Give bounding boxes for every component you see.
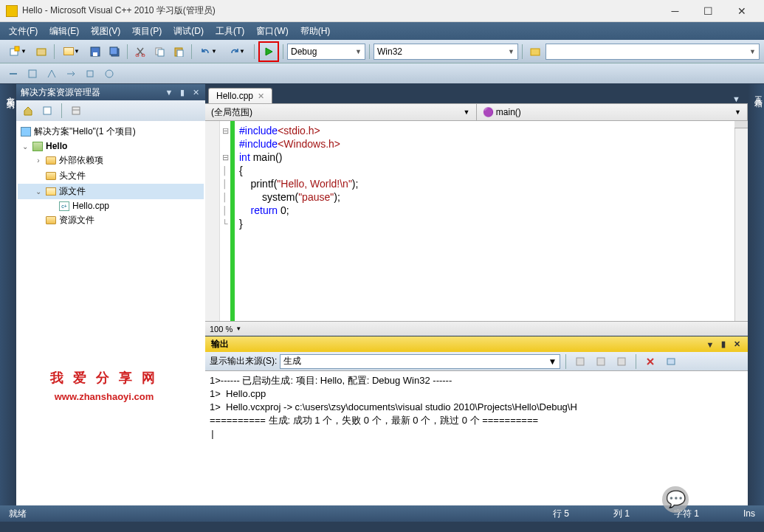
svg-rect-2: [37, 49, 46, 55]
home-icon[interactable]: [21, 103, 35, 118]
output-clear-button[interactable]: [641, 353, 659, 370]
output-dropdown-icon[interactable]: ▼: [705, 339, 715, 350]
svg-rect-12: [177, 50, 183, 57]
tab-close-icon[interactable]: ✕: [258, 91, 264, 101]
code-editor[interactable]: ⊟ ⊟││││└ #include<stdio.h> #include<Wind…: [205, 121, 748, 321]
watermark-left: 我 爱 分 享 网 www.zhanshaoyi.com: [50, 369, 158, 402]
solution-toolbar: [16, 100, 205, 121]
tb2-btn-2[interactable]: [24, 65, 41, 83]
vertical-scrollbar[interactable]: [734, 121, 748, 321]
secondary-toolbar: [0, 63, 764, 84]
wechat-icon: 💬: [662, 486, 689, 513]
minimize-button[interactable]: ─: [658, 1, 692, 21]
tree-project[interactable]: ⌄Hello: [18, 139, 204, 153]
svg-rect-16: [87, 71, 93, 77]
undo-button[interactable]: ▼: [196, 43, 222, 61]
add-item-button[interactable]: [32, 43, 50, 61]
save-button[interactable]: [86, 43, 104, 61]
svg-rect-24: [667, 359, 675, 365]
panel-close-icon[interactable]: ✕: [190, 87, 201, 97]
svg-rect-1: [15, 46, 19, 51]
copy-button[interactable]: [151, 43, 168, 61]
app-icon: [6, 5, 18, 17]
menu-project[interactable]: 项目(P): [126, 24, 168, 39]
svg-rect-21: [577, 358, 584, 365]
output-wrap-button[interactable]: [662, 353, 680, 370]
tb2-btn-6[interactable]: [100, 65, 118, 83]
config-combo[interactable]: Debug▼: [287, 44, 365, 60]
menu-help[interactable]: 帮助(H): [295, 24, 337, 39]
menubar: 文件(F) 编辑(E) 视图(V) 项目(P) 调试(D) 工具(T) 窗口(W…: [0, 22, 764, 40]
tree-solution-root[interactable]: 解决方案"Hello"(1 个项目): [18, 124, 204, 139]
scope-bar: (全局范围)▼ 🟣 main()▼: [205, 103, 748, 121]
tree-external[interactable]: ›外部依赖项: [18, 153, 204, 168]
tab-dropdown-icon[interactable]: ▼: [728, 94, 745, 103]
redo-button[interactable]: ▼: [224, 43, 250, 61]
refresh-icon[interactable]: [40, 103, 55, 118]
tb2-btn-3[interactable]: [43, 65, 61, 83]
find-button[interactable]: [526, 43, 544, 61]
close-button[interactable]: ✕: [725, 1, 758, 21]
output-toolbar: 显示输出来源(S): 生成▼: [205, 352, 748, 371]
menu-debug[interactable]: 调试(D): [168, 24, 210, 39]
zoom-combo[interactable]: 100 %▼: [210, 325, 241, 334]
open-button[interactable]: ▼: [58, 43, 85, 61]
output-btn-1[interactable]: [571, 353, 589, 370]
outline-column[interactable]: ⊟ ⊟││││└: [220, 121, 230, 321]
tb2-btn-4[interactable]: [62, 65, 80, 83]
svg-rect-10: [158, 49, 164, 56]
output-close-icon[interactable]: ✕: [732, 339, 742, 350]
main-toolbar: ▼ ▼ ▼ ▼ Debug▼ Win32▼ ▼: [0, 40, 764, 63]
editor-area: Hello.cpp✕ ▼ (全局范围)▼ 🟣 main()▼ ⊟ ⊟││││└ …: [205, 84, 748, 505]
solution-tree: 解决方案"Hello"(1 个项目) ⌄Hello ›外部依赖项 头文件 ⌄源文…: [16, 121, 205, 505]
editor-tabs: Hello.cpp✕ ▼: [205, 84, 748, 103]
output-btn-2[interactable]: [592, 353, 610, 370]
code-content[interactable]: #include<stdio.h> #include<Windows.h> in…: [235, 121, 734, 321]
start-debug-highlight: [258, 41, 279, 62]
output-text[interactable]: 1>------ 已启动生成: 项目: Hello, 配置: Debug Win…: [205, 371, 748, 505]
tree-sources[interactable]: ⌄源文件: [18, 184, 204, 199]
output-header: 输出 ▼ ▮ ✕: [205, 336, 748, 352]
tb2-btn-1[interactable]: [4, 65, 22, 83]
output-source-combo[interactable]: 生成▼: [280, 354, 560, 369]
platform-combo[interactable]: Win32▼: [374, 44, 518, 60]
scope-combo-left[interactable]: (全局范围)▼: [205, 104, 477, 120]
svg-rect-14: [10, 73, 17, 75]
tb2-btn-5[interactable]: [81, 65, 99, 83]
split-handle[interactable]: [734, 121, 748, 128]
maximize-button[interactable]: ☐: [692, 1, 725, 21]
output-pin-icon[interactable]: ▮: [718, 339, 729, 350]
scope-combo-right[interactable]: 🟣 main()▼: [477, 104, 748, 120]
menu-window[interactable]: 窗口(W): [250, 24, 294, 39]
panel-dropdown-icon[interactable]: ▼: [164, 87, 174, 97]
tree-file-hellocpp[interactable]: c+Hello.cpp: [18, 199, 204, 213]
svg-point-17: [106, 70, 113, 77]
menu-edit[interactable]: 编辑(E): [44, 24, 85, 39]
output-panel: 输出 ▼ ▮ ✕ 显示输出来源(S): 生成▼ 1>------ 已启动生成: …: [205, 336, 748, 505]
menu-file[interactable]: 文件(F): [3, 24, 44, 39]
menu-view[interactable]: 视图(V): [85, 24, 126, 39]
properties-icon[interactable]: [69, 103, 83, 118]
output-btn-3[interactable]: [613, 353, 630, 370]
menu-tools[interactable]: 工具(T): [210, 24, 250, 39]
start-debug-button[interactable]: [261, 44, 276, 59]
status-col: 列 1: [613, 508, 630, 520]
paste-button[interactable]: [170, 43, 187, 61]
find-combo[interactable]: ▼: [546, 44, 760, 60]
status-ins: Ins: [743, 508, 755, 519]
gutter: [205, 121, 220, 321]
save-all-button[interactable]: [106, 43, 123, 61]
right-vertical-tab[interactable]: 工具箱: [748, 84, 764, 505]
svg-rect-4: [93, 52, 97, 56]
cut-button[interactable]: [131, 43, 149, 61]
left-vertical-tab[interactable]: 文档大纲: [0, 84, 16, 505]
svg-rect-22: [597, 358, 605, 365]
watermark-bottom: 💬 软件智库: [662, 486, 742, 513]
svg-rect-13: [531, 49, 540, 55]
file-tab-hellocpp[interactable]: Hello.cpp✕: [208, 88, 272, 103]
panel-pin-icon[interactable]: ▮: [177, 87, 187, 97]
tree-headers[interactable]: 头文件: [18, 168, 204, 184]
statusbar: 就绪 行 5 列 1 字符 1 Ins: [0, 505, 764, 522]
tree-resources[interactable]: 资源文件: [18, 213, 204, 228]
new-project-button[interactable]: ▼: [4, 43, 31, 61]
